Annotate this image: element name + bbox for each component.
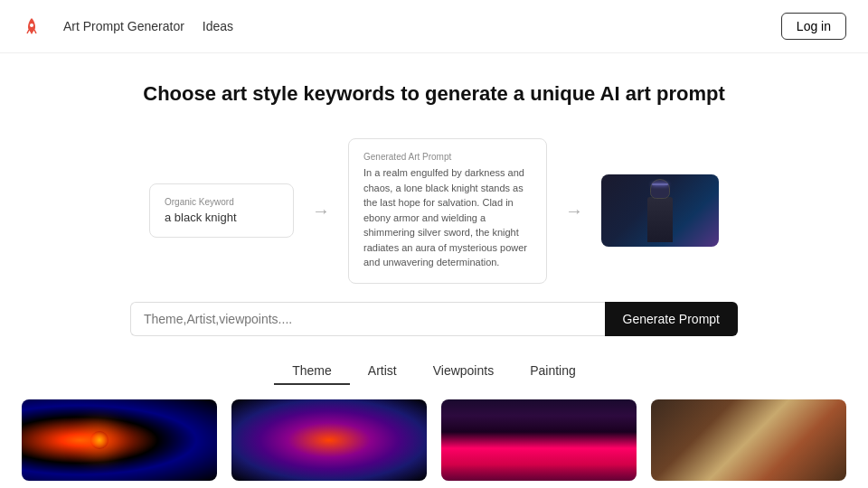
arrow-icon-1: → [312, 201, 330, 221]
search-container: Generate Prompt [108, 302, 760, 336]
svg-point-0 [30, 23, 33, 27]
nav-link-ideas[interactable]: Ideas [203, 19, 233, 33]
tab-viewpoints[interactable]: Viewpoints [415, 358, 512, 385]
generate-prompt-button[interactable]: Generate Prompt [605, 302, 738, 336]
demo-result-image [601, 174, 719, 247]
grid-image-galaxy [22, 399, 217, 481]
navbar: Art Prompt Generator Ideas Log in [0, 0, 868, 53]
generated-value: In a realm engulfed by darkness and chao… [363, 165, 532, 270]
organic-value: a black knight [165, 211, 278, 224]
grid-item-nebula[interactable]: nebula [231, 399, 427, 489]
grid-item-cyberpunk[interactable]: Cyberpunk [441, 399, 637, 489]
demo-container: Organic Keyword a black knight → Generat… [108, 138, 760, 284]
grid-item-galaxy[interactable]: galaxy [22, 399, 217, 489]
nav-link-art-prompt[interactable]: Art Prompt Generator [63, 19, 184, 33]
grid-item-steampunk[interactable]: Steampunk [651, 399, 846, 489]
generated-prompt-box: Generated Art Prompt In a realm engulfed… [348, 138, 547, 284]
generated-label: Generated Art Prompt [363, 152, 532, 162]
search-input[interactable] [130, 302, 605, 336]
grid-image-cyberpunk [441, 399, 637, 481]
tabs-container: ThemeArtistViewpointsPainting [0, 358, 868, 385]
organic-keyword-box: Organic Keyword a black knight [149, 183, 294, 238]
grid-image-steampunk [651, 399, 846, 481]
tab-painting[interactable]: Painting [512, 358, 594, 385]
hero-title: Choose art style keywords to generate a … [22, 82, 846, 106]
navbar-left: Art Prompt Generator Ideas [22, 16, 233, 36]
rocket-logo-icon [22, 16, 42, 36]
nav-links: Art Prompt Generator Ideas [63, 19, 233, 33]
tab-artist[interactable]: Artist [350, 358, 415, 385]
login-button[interactable]: Log in [781, 13, 846, 40]
tab-theme[interactable]: Theme [274, 358, 350, 385]
grid-image-nebula [231, 399, 427, 481]
organic-label: Organic Keyword [165, 197, 278, 207]
hero-section: Choose art style keywords to generate a … [0, 53, 868, 124]
arrow-icon-2: → [565, 201, 583, 221]
theme-grid: galaxynebulaCyberpunkSteampunkNordic myt… [0, 399, 868, 489]
